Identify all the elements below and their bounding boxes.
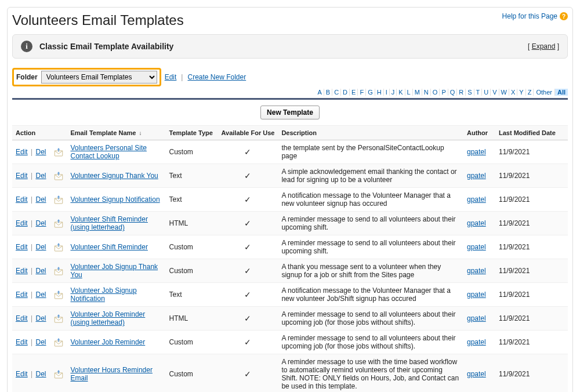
del-link[interactable]: Del (35, 195, 46, 204)
alpha-other[interactable]: Other (534, 89, 555, 96)
author-link[interactable]: gpatel (467, 172, 486, 180)
help-link[interactable]: Help for this Page ? (502, 12, 568, 20)
del-link[interactable]: Del (35, 370, 46, 378)
alpha-e[interactable]: E (350, 89, 358, 96)
col-name[interactable]: Email Template Name ↓ (67, 126, 166, 140)
table-row: Edit | DelVolunteer Job ReminderCustom✓A… (12, 331, 568, 354)
edit-link[interactable]: Edit (16, 267, 28, 275)
alpha-w[interactable]: W (499, 89, 509, 96)
alpha-i[interactable]: I (384, 89, 390, 96)
col-icon-blank (50, 126, 67, 140)
col-name-label: Email Template Name (71, 129, 136, 136)
section-title: Classic Email Template Availability (39, 42, 173, 51)
col-author[interactable]: Author (463, 126, 495, 140)
alpha-z[interactable]: Z (526, 89, 534, 96)
edit-link[interactable]: Edit (16, 291, 28, 299)
alpha-j[interactable]: J (390, 89, 397, 96)
del-link[interactable]: Del (35, 314, 46, 322)
del-link[interactable]: Del (35, 172, 46, 180)
alpha-c[interactable]: C (332, 89, 341, 96)
edit-link[interactable]: Edit (16, 195, 28, 204)
folder-create-link[interactable]: Create New Folder (187, 73, 246, 81)
alpha-d[interactable]: D (341, 89, 350, 96)
alpha-l[interactable]: L (405, 89, 413, 96)
alpha-x[interactable]: X (509, 89, 517, 96)
author-link[interactable]: gpatel (467, 219, 486, 227)
new-template-button[interactable]: New Template (260, 106, 320, 119)
alpha-p[interactable]: P (440, 89, 448, 96)
alpha-a[interactable]: A (316, 89, 324, 96)
folder-edit-link[interactable]: Edit (165, 73, 177, 81)
author-link[interactable]: gpatel (467, 314, 486, 322)
alpha-q[interactable]: Q (448, 89, 458, 96)
date-cell: 11/9/2021 (495, 307, 568, 331)
date-cell: 11/9/2021 (495, 188, 568, 212)
edit-link[interactable]: Edit (16, 172, 28, 180)
folder-select[interactable]: Volunteers Email Templates (41, 71, 157, 84)
alpha-all[interactable]: All (555, 89, 568, 96)
edit-link[interactable]: Edit (16, 338, 28, 346)
template-name-link[interactable]: Volunteer Job Reminder (using letterhead… (71, 310, 146, 326)
alpha-f[interactable]: F (358, 89, 366, 96)
template-name-link[interactable]: Volunteer Shift Reminder (using letterhe… (71, 215, 148, 231)
del-link[interactable]: Del (35, 267, 46, 275)
alpha-t[interactable]: T (474, 89, 483, 96)
del-link[interactable]: Del (35, 148, 46, 156)
template-name-link[interactable]: Volunteers Personal Site Contact Lookup (71, 144, 147, 160)
type-cell: Custom (166, 140, 218, 164)
template-name-link[interactable]: Volunteer Job Reminder (71, 338, 146, 346)
edit-link[interactable]: Edit (16, 314, 28, 322)
type-cell: HTML (166, 307, 218, 331)
alpha-b[interactable]: B (324, 89, 332, 96)
edit-link[interactable]: Edit (16, 370, 28, 378)
alpha-o[interactable]: O (431, 89, 440, 96)
expand-link[interactable]: Expand (532, 42, 556, 50)
edit-link[interactable]: Edit (16, 148, 28, 156)
template-name-link[interactable]: Volunteer Job Signup Thank You (71, 263, 158, 279)
edit-link[interactable]: Edit (16, 243, 28, 251)
template-name-link[interactable]: Volunteer Signup Thank You (71, 172, 158, 180)
check-icon: ✓ (222, 266, 275, 275)
mail-icon (53, 171, 64, 182)
col-available[interactable]: Available For Use (218, 126, 278, 140)
del-link[interactable]: Del (35, 291, 46, 299)
alpha-u[interactable]: U (482, 89, 491, 96)
header-row: Volunteers Email Templates Help for this… (8, 8, 572, 34)
template-name-link[interactable]: Volunteer Signup Notification (71, 195, 160, 204)
author-link[interactable]: gpatel (467, 243, 486, 251)
check-icon: ✓ (222, 171, 275, 180)
template-name-link[interactable]: Volunteer Hours Reminder Email (71, 366, 153, 382)
alpha-h[interactable]: H (375, 89, 384, 96)
del-link[interactable]: Del (35, 243, 46, 251)
alpha-k[interactable]: K (397, 89, 405, 96)
col-description[interactable]: Description (278, 126, 463, 140)
alpha-y[interactable]: Y (517, 89, 525, 96)
del-link[interactable]: Del (35, 219, 46, 227)
author-link[interactable]: gpatel (467, 148, 486, 156)
table-row: Edit | DelVolunteer Signup Thank YouText… (12, 164, 568, 188)
template-name-link[interactable]: Volunteer Job Signup Notification (71, 286, 137, 303)
author-link[interactable]: gpatel (467, 267, 486, 275)
author-cell: gpatel (463, 235, 495, 259)
col-type[interactable]: Template Type (166, 126, 218, 140)
template-name-link[interactable]: Volunteer Shift Reminder (71, 243, 148, 251)
alpha-n[interactable]: N (422, 89, 431, 96)
alpha-v[interactable]: V (491, 89, 499, 96)
icon-cell (50, 164, 67, 188)
author-cell: gpatel (463, 164, 495, 188)
alpha-s[interactable]: S (466, 89, 474, 96)
author-link[interactable]: gpatel (467, 291, 486, 299)
description-cell: A reminder message to send to all volunt… (278, 235, 463, 259)
author-link[interactable]: gpatel (467, 338, 486, 346)
author-link[interactable]: gpatel (467, 195, 486, 204)
edit-link[interactable]: Edit (16, 219, 28, 227)
del-link[interactable]: Del (35, 338, 46, 346)
toolbar: New Template (12, 100, 568, 125)
alpha-m[interactable]: M (413, 89, 422, 96)
col-action[interactable]: Action (12, 126, 50, 140)
col-modified[interactable]: Last Modified Date (495, 126, 568, 140)
icon-cell (50, 140, 67, 164)
author-link[interactable]: gpatel (467, 370, 486, 378)
alpha-g[interactable]: G (366, 89, 375, 96)
alpha-r[interactable]: R (457, 89, 466, 96)
